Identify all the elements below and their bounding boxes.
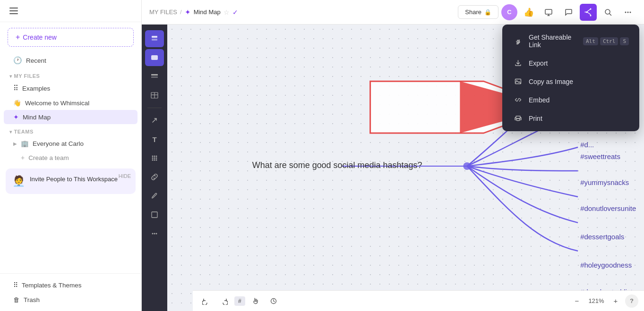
svg-point-25 xyxy=(154,158,155,159)
lock-icon: 🔒 xyxy=(484,9,491,16)
menu-icon[interactable] xyxy=(9,8,18,14)
main-area: MY FILES / ✦ Mind Map ☆ ✓ Share 🔒 C 👍 xyxy=(142,0,644,311)
invite-text: Invite People to This Workspace xyxy=(30,175,118,184)
svg-point-31 xyxy=(152,233,154,235)
wave-icon: 👋 xyxy=(13,99,21,107)
zoom-out-button[interactable]: − xyxy=(569,294,584,309)
zoom-controls: − 121% + ? xyxy=(569,294,638,309)
sidebar-item-trash[interactable]: 🗑 Trash xyxy=(4,293,137,307)
shareable-link-label: Get Shareable Link xyxy=(529,34,577,49)
svg-point-6 xyxy=(627,11,629,13)
sidebar-item-mindmap[interactable]: ✦ Mind Map xyxy=(4,110,137,124)
everyone-label: Everyone at Carlo xyxy=(33,140,84,147)
breadcrumb-root[interactable]: MY FILES xyxy=(149,8,177,16)
recent-icon: 🕐 xyxy=(13,56,22,65)
svg-point-43 xyxy=(463,162,471,170)
comment-button[interactable] xyxy=(560,4,577,21)
svg-point-33 xyxy=(156,233,157,235)
svg-point-22 xyxy=(154,156,155,157)
export-label: Export xyxy=(529,59,629,67)
present-button[interactable] xyxy=(540,4,557,21)
toolbar-grid[interactable] xyxy=(145,150,164,167)
trash-icon: 🗑 xyxy=(13,296,20,303)
toolbar-text-card[interactable] xyxy=(145,68,164,85)
chevron-down-icon: ▾ xyxy=(9,129,12,134)
hand-tool-button[interactable] xyxy=(248,294,263,309)
svg-point-27 xyxy=(152,160,154,161)
print-icon xyxy=(513,114,523,122)
svg-point-2 xyxy=(590,15,592,16)
invite-banner[interactable]: 🧑‍💼 Invite People to This Workspace HIDE xyxy=(6,168,136,194)
toolbar-arrow[interactable] xyxy=(145,112,164,129)
keyboard-shortcut: Alt Ctrl S xyxy=(583,37,629,45)
svg-point-3 xyxy=(586,11,588,13)
sidebar-header xyxy=(0,0,141,22)
copy-image-label: Copy as Image xyxy=(529,78,629,85)
link-icon xyxy=(513,37,523,45)
svg-rect-0 xyxy=(545,9,552,14)
svg-rect-30 xyxy=(152,212,157,218)
recent-label: Recent xyxy=(26,57,46,64)
svg-rect-13 xyxy=(152,36,157,38)
undo-button[interactable] xyxy=(198,294,214,309)
my-files-section: ▾ MY FILES xyxy=(0,68,141,81)
toolbar-pen[interactable] xyxy=(145,187,164,204)
sidebar-item-templates[interactable]: ⠿ Templates & Themes xyxy=(4,277,137,293)
toolbar-divider xyxy=(147,108,162,108)
breadcrumb-current: ✦ Mind Map ☆ ✓ xyxy=(185,8,238,17)
header-actions: Share 🔒 C 👍 xyxy=(458,4,636,21)
svg-text:#yummysnacks: #yummysnacks xyxy=(580,178,629,186)
dropdown-item-export[interactable]: Export xyxy=(504,54,637,72)
create-team-item[interactable]: + Create a team xyxy=(4,151,137,165)
examples-icon: ⠿ xyxy=(13,84,18,92)
create-team-label: Create a team xyxy=(28,154,69,161)
svg-point-5 xyxy=(625,11,627,13)
dropdown-item-embed[interactable]: Embed xyxy=(504,91,637,109)
mindmap-doc-icon: ✦ xyxy=(185,8,191,17)
dropdown-item-shareable-link[interactable]: Get Shareable Link Alt Ctrl S xyxy=(504,28,637,54)
help-button[interactable]: ? xyxy=(625,294,638,308)
svg-rect-10 xyxy=(516,116,520,118)
header: MY FILES / ✦ Mind Map ☆ ✓ Share 🔒 C 👍 xyxy=(142,0,644,25)
zoom-level: 121% xyxy=(586,297,606,304)
svg-point-24 xyxy=(152,158,154,159)
zoom-in-button[interactable]: + xyxy=(608,294,623,309)
star-favorite-icon[interactable]: ☆ xyxy=(223,8,230,16)
sidebar-item-welcome[interactable]: 👋 Welcome to Whimsical xyxy=(4,96,137,110)
current-doc-label: Mind Map xyxy=(194,8,221,16)
svg-rect-11 xyxy=(516,118,519,121)
toolbar-text[interactable]: T xyxy=(145,131,164,148)
toolbar-card-purple[interactable] xyxy=(145,49,164,66)
toolbar-frame[interactable] xyxy=(145,206,164,223)
more-options-button[interactable] xyxy=(619,4,636,21)
share-button[interactable]: Share 🔒 xyxy=(458,5,498,19)
templates-icon: ⠿ xyxy=(13,281,18,289)
sidebar-item-examples[interactable]: ⠿ Examples xyxy=(4,81,137,96)
embed-label: Embed xyxy=(529,96,629,104)
svg-text:#d...: #d... xyxy=(580,141,594,149)
search-button[interactable] xyxy=(600,4,617,21)
invite-hide-button[interactable]: HIDE xyxy=(119,173,131,179)
sidebar-item-recent[interactable]: 🕐 Recent xyxy=(4,52,137,68)
toolbar-more[interactable] xyxy=(145,225,164,242)
svg-point-21 xyxy=(152,156,154,157)
plus-icon: + xyxy=(16,33,20,42)
invite-icon: 🧑‍💼 xyxy=(12,175,25,187)
history-button[interactable] xyxy=(266,294,281,309)
svg-rect-14 xyxy=(152,39,157,41)
svg-point-29 xyxy=(156,160,157,161)
toolbar-table[interactable] xyxy=(145,87,164,104)
toolbar-link[interactable] xyxy=(145,168,164,185)
dropdown-item-print[interactable]: Print xyxy=(504,109,637,127)
share-dropdown-button[interactable] xyxy=(580,4,597,21)
create-new-button[interactable]: + Create new xyxy=(8,28,134,47)
dropdown-item-copy-image[interactable]: Copy as Image xyxy=(504,72,637,91)
svg-text:What are some good social medi: What are some good social media hashtags… xyxy=(252,160,422,170)
templates-label: Templates & Themes xyxy=(22,282,82,289)
toolbar-select[interactable] xyxy=(145,30,164,47)
svg-rect-17 xyxy=(151,76,158,78)
redo-button[interactable] xyxy=(216,294,232,309)
sidebar-item-everyone[interactable]: ▶ 🏢 Everyone at Carlo xyxy=(4,136,137,151)
like-button[interactable]: 👍 xyxy=(520,4,537,21)
image-icon xyxy=(513,77,523,85)
